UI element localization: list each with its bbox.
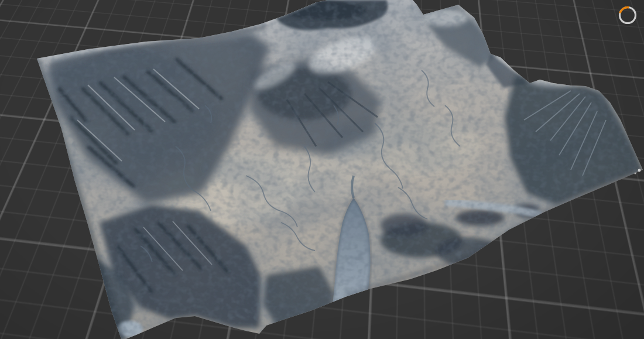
- viewport-canvas[interactable]: [0, 0, 644, 339]
- progress-ring-arc: [618, 5, 637, 25]
- terrain-grain: [0, 0, 644, 339]
- progress-ring-icon: [615, 2, 640, 28]
- terrain-mesh[interactable]: [0, 0, 644, 339]
- terrain-surface: [0, 0, 644, 339]
